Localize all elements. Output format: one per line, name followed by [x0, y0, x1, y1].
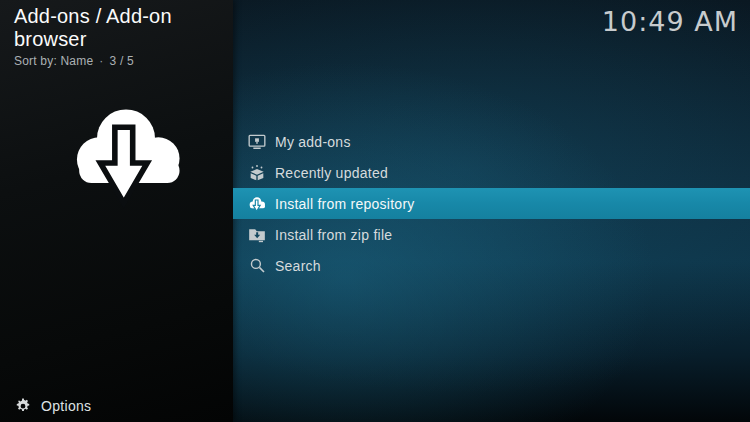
menu-item-label: Install from repository	[275, 197, 415, 211]
menu-item-recently-updated[interactable]: Recently updated	[233, 157, 750, 188]
cloud-download-icon	[57, 96, 195, 212]
menu-item-install-from-repository[interactable]: Install from repository	[233, 188, 750, 219]
menu-item-my-addons[interactable]: My add-ons	[233, 126, 750, 157]
menu-item-search[interactable]: Search	[233, 250, 750, 281]
page-header: Add-ons / Add-on browser Sort by: Name·3…	[14, 5, 233, 68]
sort-status-line: Sort by: Name·3 / 5	[14, 54, 233, 68]
menu-item-install-from-zip[interactable]: Install from zip file	[233, 219, 750, 250]
clock: 10:49 AM	[602, 6, 738, 37]
page-title: Add-ons / Add-on browser	[14, 5, 233, 51]
menu-item-label: Install from zip file	[275, 228, 392, 242]
menu-item-label: Search	[275, 259, 321, 273]
options-label: Options	[41, 398, 91, 414]
options-button[interactable]: Options	[14, 397, 91, 415]
cloud-download-icon	[246, 193, 268, 215]
separator-dot: ·	[99, 54, 103, 68]
menu-item-label: Recently updated	[275, 166, 388, 180]
sort-by-label: Sort by: Name	[14, 54, 93, 68]
left-info-panel: Add-ons / Add-on browser Sort by: Name·3…	[0, 0, 233, 422]
menu-item-label: My add-ons	[275, 135, 351, 149]
addon-browser-menu: My add-ons Recently updated	[233, 126, 750, 281]
position-indicator: 3 / 5	[110, 54, 134, 68]
search-icon	[246, 255, 268, 277]
recently-updated-icon	[246, 162, 268, 184]
my-addons-icon	[246, 131, 268, 153]
zip-file-icon	[246, 224, 268, 246]
options-gear-icon	[14, 397, 32, 415]
